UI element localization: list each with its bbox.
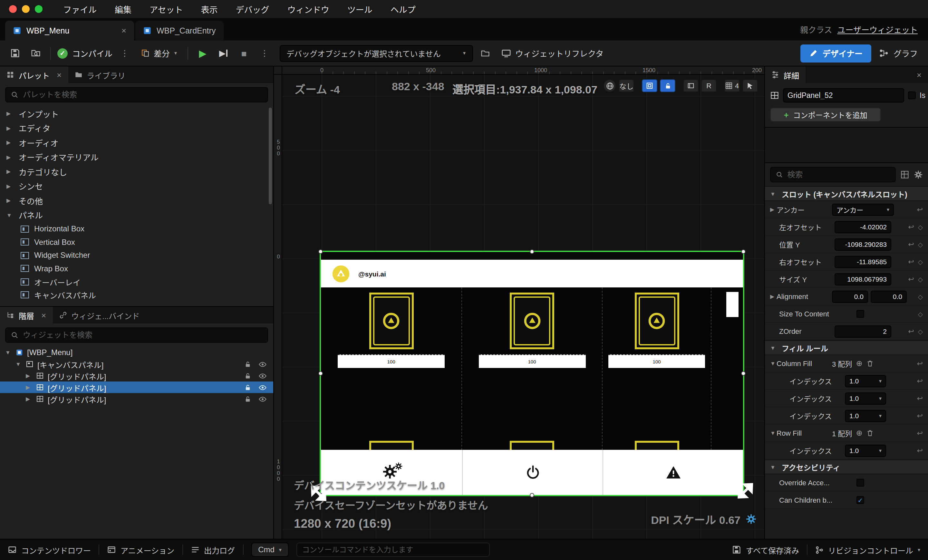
reset-to-default-icon[interactable]: ↩ (908, 223, 914, 231)
palette-search-input[interactable] (23, 90, 262, 99)
dpi-settings-gear-icon[interactable] (746, 514, 757, 525)
eye-icon[interactable] (258, 360, 267, 368)
palette-category-audio-material[interactable]: ▶オーディオマテリアル (0, 150, 273, 164)
alignment-y-input[interactable]: 0.0 (871, 290, 907, 302)
palette-category-editor[interactable]: ▶エディタ (0, 121, 273, 135)
card-count-badge[interactable]: 100 (338, 354, 445, 368)
selection-handle[interactable] (741, 371, 746, 375)
property-matrix-icon[interactable] (900, 170, 909, 179)
selection-handle[interactable] (318, 249, 323, 254)
compile-button[interactable]: ✓ コンパイル (57, 47, 113, 59)
palette-item-wrap-box[interactable]: Wrap Box (0, 262, 273, 275)
bind-diamond-icon[interactable]: ◇ (918, 241, 923, 248)
hierarchy-row-canvas-panel[interactable]: ▼ [キャンバスパネル] (0, 358, 273, 370)
add-component-button[interactable]: + コンポーネントを追加 (770, 108, 881, 122)
lock-icon[interactable] (244, 395, 251, 403)
menu-edit[interactable]: 編集 (106, 3, 140, 15)
console-command-input[interactable] (296, 543, 490, 557)
tab-widget-bind[interactable]: ウィジェ...バインド (52, 307, 146, 323)
outline-toggle-button[interactable] (642, 79, 657, 92)
add-array-element-icon[interactable]: ⊕ (856, 359, 862, 368)
menu-view[interactable]: 表示 (192, 3, 227, 15)
card-item-partial[interactable] (510, 441, 554, 450)
hierarchy-row-grid-panel-2-selected[interactable]: ▶ [グリッドパネル] (0, 381, 273, 393)
bind-diamond-icon[interactable]: ◇ (918, 310, 923, 317)
close-tab-icon[interactable]: × (122, 26, 126, 35)
anchor-dropdown[interactable]: アンカー ▾ (832, 203, 894, 215)
find-debug-object-button[interactable] (476, 44, 493, 62)
widget-reflector-button[interactable]: ウィジェットリフレクタ (497, 44, 607, 62)
reset-to-default-icon[interactable]: ↩ (917, 446, 923, 455)
lock-icon[interactable] (244, 360, 251, 368)
zoom-to-fit-button[interactable] (742, 79, 758, 92)
card-count-badge[interactable]: 100 (608, 354, 705, 368)
designer-mode-button[interactable]: デザイナー (800, 44, 872, 62)
lock-icon[interactable] (244, 384, 251, 391)
save-status-button[interactable]: すべて保存済み (733, 544, 799, 555)
alignment-x-input[interactable]: 0.0 (832, 290, 868, 302)
trash-icon[interactable] (867, 429, 874, 437)
chevron-down-icon[interactable]: ▼ (770, 360, 777, 367)
override-accessibility-checkbox[interactable] (856, 479, 864, 487)
reset-to-default-icon[interactable]: ↩ (908, 275, 914, 283)
menu-debug[interactable]: デバッグ (227, 3, 278, 15)
palette-item-widget-switcher[interactable]: Widget Switcher (0, 249, 273, 262)
column-index-dropdown[interactable]: 1.0▾ (845, 409, 886, 422)
offset-left-input[interactable]: -4.02002 (835, 221, 891, 233)
palette-category-input[interactable]: ▶インプット (0, 106, 273, 121)
lock-icon[interactable] (244, 372, 251, 379)
row-index-dropdown[interactable]: 1.0▾ (845, 444, 886, 456)
section-fill-rules[interactable]: ▼ フィル ルール (765, 340, 928, 355)
frame-skip-button[interactable]: ▶ (215, 44, 232, 62)
palette-category-synth[interactable]: ▶シンセ (0, 179, 273, 193)
menu-asset[interactable]: アセット (140, 3, 192, 15)
section-accessibility[interactable]: ▼ アクセシビリティ (765, 459, 928, 474)
chevron-right-icon[interactable]: ▶ (770, 293, 777, 300)
chevron-down-icon[interactable]: ▼ (770, 430, 777, 436)
close-panel-icon[interactable]: × (57, 70, 61, 79)
localization-none-button[interactable]: なし (619, 79, 634, 92)
add-array-element-icon[interactable]: ⊕ (856, 429, 862, 438)
eye-icon[interactable] (258, 371, 267, 380)
hierarchy-search-input[interactable] (23, 331, 262, 340)
card-item[interactable] (369, 293, 414, 349)
compile-options-button[interactable]: ⋮ (116, 44, 133, 62)
size-to-content-checkbox[interactable] (856, 310, 864, 318)
lock-viewport-button[interactable] (660, 79, 675, 92)
close-panel-icon[interactable]: × (917, 70, 922, 79)
card-item-partial[interactable] (635, 441, 679, 450)
respect-locks-button[interactable]: R (701, 79, 717, 92)
selection-handle[interactable] (530, 493, 534, 497)
hierarchy-row-grid-panel-1[interactable]: ▶ [グリッドパネル] (0, 370, 273, 381)
menu-tools[interactable]: ツール (338, 3, 382, 15)
card-item-partial[interactable] (369, 441, 414, 450)
hierarchy-row-grid-panel-3[interactable]: ▶ [グリッドパネル] (0, 393, 273, 405)
palette-item-canvas-panel[interactable]: キャンバスパネル (0, 288, 273, 302)
palette-category-uncategorized[interactable]: ▶カテゴリなし (0, 164, 273, 179)
size-y-input[interactable]: 1098.067993 (835, 273, 891, 285)
selection-handle[interactable] (318, 371, 323, 375)
parent-class-link[interactable]: ユーザーウィジェット (837, 23, 918, 35)
palette-scrollbar[interactable] (269, 108, 272, 204)
bind-diamond-icon[interactable]: ◇ (918, 276, 923, 282)
tab-library[interactable]: ライブラリ (68, 66, 132, 83)
localization-globe-button[interactable] (603, 79, 616, 92)
diff-button[interactable]: 差分 ▾ (137, 44, 181, 62)
palette-category-audio[interactable]: ▶オーディオ (0, 135, 273, 150)
section-slot[interactable]: ▼ スロット (キャンバスパネルスロット) (765, 186, 928, 201)
console-type-dropdown[interactable]: Cmd ▾ (251, 543, 289, 557)
reset-to-default-icon[interactable]: ↩ (917, 429, 923, 437)
bind-diamond-icon[interactable]: ◇ (918, 223, 923, 230)
chevron-right-icon[interactable]: ▶ (770, 206, 777, 213)
is-variable-checkbox[interactable] (908, 92, 916, 99)
bind-diamond-icon[interactable]: ◇ (918, 293, 923, 300)
offset-right-input[interactable]: -11.89585 (835, 255, 891, 268)
tab-palette[interactable]: パレット × (0, 66, 68, 83)
palette-category-other[interactable]: ▶その他 (0, 193, 273, 208)
reset-to-default-icon[interactable]: ↩ (908, 240, 914, 249)
bind-diamond-icon[interactable]: ◇ (918, 328, 923, 335)
play-options-button[interactable]: ⋮ (256, 44, 273, 62)
reset-to-default-icon[interactable]: ↩ (908, 327, 914, 336)
tab-wbp-menu[interactable]: WBP_Menu × (5, 21, 134, 41)
selection-handle[interactable] (741, 249, 746, 254)
